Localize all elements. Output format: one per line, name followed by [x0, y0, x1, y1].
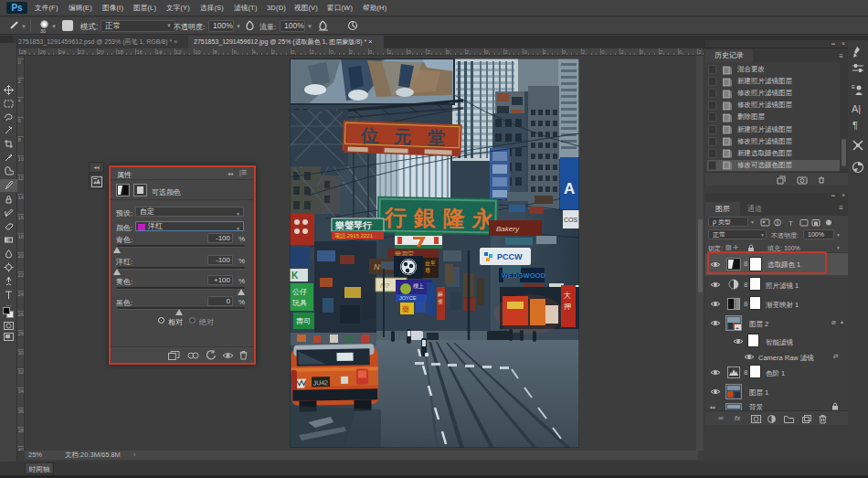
- svg-text:¶: ¶: [852, 120, 858, 131]
- svg-text:E: E: [852, 84, 855, 90]
- svg-text:A|: A|: [852, 103, 861, 114]
- svg-text:T: T: [789, 219, 793, 227]
